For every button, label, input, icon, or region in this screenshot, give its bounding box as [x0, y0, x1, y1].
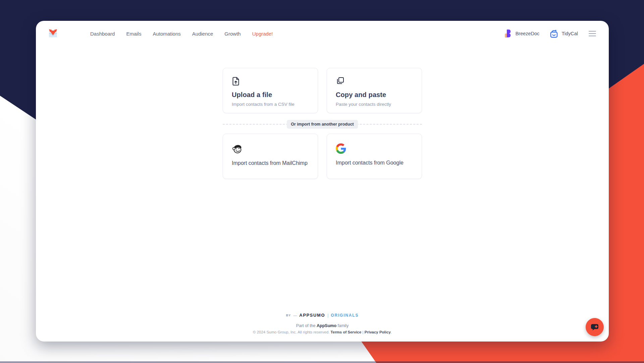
- primary-import-row: Upload a file Import contacts from a CSV…: [223, 68, 422, 113]
- copy-paste-description: Paste your contacts directly: [336, 102, 413, 107]
- copy-paste-card[interactable]: Copy and paste Paste your contacts direc…: [327, 68, 422, 113]
- primary-nav: Dashboard Emails Automations Audience Gr…: [90, 31, 273, 37]
- breezedoc-link[interactable]: BreezeDoc: [504, 29, 540, 38]
- mailchimp-import-card[interactable]: Import contacts from MailChimp: [223, 134, 318, 179]
- byline-separator: |: [327, 313, 328, 318]
- copyright-period: .: [391, 330, 392, 334]
- file-upload-icon: [232, 77, 240, 86]
- main-app-panel: Dashboard Emails Automations Audience Gr…: [36, 21, 609, 342]
- family-line: Part of the AppSumo family: [36, 323, 609, 328]
- byline-appsumo: APPSUMO: [299, 313, 325, 318]
- upload-file-card[interactable]: Upload a file Import contacts from a CSV…: [223, 68, 318, 113]
- menu-hamburger-button[interactable]: [588, 30, 597, 38]
- divider-label-badge: Or import from another product: [287, 120, 358, 129]
- footer: BY — APPSUMO | ORIGINALS Part of the App…: [36, 313, 609, 342]
- family-suffix: family: [336, 323, 348, 328]
- sendfox-logo-icon[interactable]: [48, 29, 58, 38]
- byline-originals: ORIGINALS: [331, 313, 359, 318]
- copyright-line: © 2024 Sumo Group, Inc. All rights reser…: [36, 330, 609, 334]
- privacy-policy-link[interactable]: Privacy Policy: [365, 330, 391, 334]
- copy-icon: [336, 77, 344, 86]
- chat-widget-button[interactable]: [586, 318, 604, 336]
- integration-import-row: Import contacts from MailChimp Import co…: [223, 134, 422, 179]
- appsumo-originals-lockup[interactable]: BY — APPSUMO | ORIGINALS: [36, 313, 609, 318]
- terms-of-service-link[interactable]: Terms of Service: [331, 330, 362, 334]
- nav-item-automations[interactable]: Automations: [153, 31, 180, 37]
- tidycal-link[interactable]: TidyCal: [549, 29, 578, 38]
- byline-by: BY: [286, 314, 291, 317]
- import-options-section: Upload a file Import contacts from a CSV…: [223, 68, 422, 179]
- upload-file-description: Import contacts from a CSV file: [232, 102, 309, 107]
- top-navigation-bar: Dashboard Emails Automations Audience Gr…: [36, 21, 609, 38]
- nav-item-upgrade[interactable]: Upgrade!: [252, 31, 273, 37]
- upload-file-title: Upload a file: [232, 91, 309, 99]
- family-brand: AppSumo: [317, 323, 336, 328]
- breezedoc-label: BreezeDoc: [516, 31, 540, 36]
- breezedoc-icon: [504, 29, 513, 38]
- google-icon: [336, 143, 346, 154]
- copyright-text: © 2024 Sumo Group, Inc. All rights reser…: [253, 330, 331, 334]
- copy-paste-title: Copy and paste: [336, 91, 413, 99]
- nav-item-audience[interactable]: Audience: [192, 31, 213, 37]
- tidycal-icon: [549, 29, 558, 38]
- nav-item-dashboard[interactable]: Dashboard: [90, 31, 115, 37]
- import-source-divider: Or import from another product: [223, 120, 422, 129]
- family-prefix: Part of the: [296, 323, 317, 328]
- mailchimp-import-label: Import contacts from MailChimp: [232, 160, 309, 167]
- byline-dash: —: [293, 313, 297, 317]
- copyright-separator: |: [361, 330, 364, 334]
- window-bottom-edge: [0, 361, 644, 363]
- chat-bubble-icon: [590, 322, 599, 332]
- tidycal-label: TidyCal: [561, 31, 578, 36]
- google-import-card[interactable]: Import contacts from Google: [327, 134, 422, 179]
- header-right-group: BreezeDoc TidyCal: [504, 29, 597, 38]
- nav-item-emails[interactable]: Emails: [126, 31, 141, 37]
- mailchimp-icon: [232, 143, 243, 154]
- google-import-label: Import contacts from Google: [336, 160, 413, 166]
- nav-item-growth[interactable]: Growth: [224, 31, 240, 37]
